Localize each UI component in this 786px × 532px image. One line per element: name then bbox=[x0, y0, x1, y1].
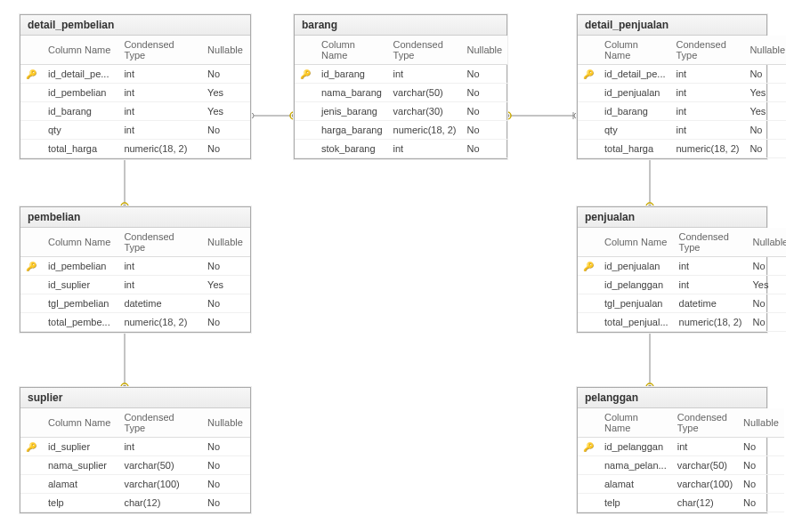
column-row: 🔑id_barangintNo bbox=[295, 65, 507, 84]
column-type: varchar(50) bbox=[672, 456, 738, 475]
column-type: int bbox=[118, 65, 202, 84]
entity-title: suplier bbox=[20, 388, 250, 408]
column-type: varchar(100) bbox=[118, 475, 202, 494]
column-nullable: No bbox=[747, 313, 786, 332]
column-name: id_detail_pe... bbox=[599, 65, 671, 84]
entity-detail-pembelian[interactable]: detail_pembelian Column Name Condensed T… bbox=[20, 14, 251, 159]
column-type: int bbox=[674, 257, 748, 276]
primary-key-icon: 🔑 bbox=[583, 69, 594, 79]
primary-key-icon: 🔑 bbox=[300, 69, 311, 79]
column-nullable: No bbox=[202, 456, 250, 475]
column-nullable: Yes bbox=[202, 102, 250, 121]
column-name: total_penjual... bbox=[599, 313, 674, 332]
primary-key-icon: 🔑 bbox=[26, 69, 36, 79]
column-name: id_suplier bbox=[43, 276, 118, 294]
column-nullable: Yes bbox=[747, 276, 786, 294]
column-type: int bbox=[118, 121, 202, 140]
column-row: harga_barangnumeric(18, 2)No bbox=[295, 121, 507, 140]
column-type: numeric(18, 2) bbox=[671, 140, 745, 158]
entity-title: pembelian bbox=[20, 207, 250, 228]
column-name: total_pembe... bbox=[43, 313, 118, 332]
column-type: varchar(50) bbox=[388, 84, 462, 102]
column-nullable: No bbox=[202, 121, 250, 140]
column-nullable: No bbox=[461, 121, 507, 140]
column-nullable: Yes bbox=[202, 276, 250, 294]
column-name: id_barang bbox=[316, 65, 388, 84]
column-row: total_harganumeric(18, 2)No bbox=[20, 140, 250, 158]
column-nullable: No bbox=[747, 257, 786, 276]
column-row: id_pelangganintYes bbox=[578, 276, 786, 294]
column-nullable: No bbox=[202, 140, 250, 158]
entity-title: detail_penjualan bbox=[578, 15, 766, 36]
column-name: id_penjualan bbox=[599, 84, 671, 102]
column-name: jenis_barang bbox=[316, 102, 388, 121]
column-name: nama_barang bbox=[316, 84, 388, 102]
column-row: qtyintNo bbox=[20, 121, 250, 140]
column-nullable: No bbox=[202, 438, 250, 456]
column-type: char(12) bbox=[672, 494, 738, 512]
column-name: nama_suplier bbox=[43, 456, 118, 475]
column-name: telp bbox=[599, 494, 672, 512]
column-nullable: No bbox=[461, 102, 507, 121]
entity-penjualan[interactable]: penjualan Column Name Condensed Type Nul… bbox=[577, 206, 767, 333]
column-name: telp bbox=[43, 494, 118, 512]
entity-barang[interactable]: barang Column Name Condensed Type Nullab… bbox=[294, 14, 507, 159]
column-name: alamat bbox=[43, 475, 118, 494]
column-row: id_penjualanintYes bbox=[578, 84, 786, 102]
column-row: alamatvarchar(100)No bbox=[578, 475, 784, 494]
column-nullable: No bbox=[747, 294, 786, 313]
column-name: tgl_penjualan bbox=[599, 294, 674, 313]
column-type: varchar(100) bbox=[672, 475, 738, 494]
column-row: qtyintNo bbox=[578, 121, 786, 140]
column-row: 🔑id_pembelianintNo bbox=[20, 257, 250, 276]
column-type: int bbox=[118, 102, 202, 121]
column-row: stok_barangintNo bbox=[295, 140, 507, 158]
column-type: datetime bbox=[118, 294, 202, 313]
entity-columns: Column Name Condensed Type Nullable 🔑id_… bbox=[20, 228, 250, 332]
column-nullable: No bbox=[744, 140, 786, 158]
column-nullable: No bbox=[202, 313, 250, 332]
column-type: numeric(18, 2) bbox=[674, 313, 748, 332]
column-nullable: No bbox=[738, 438, 784, 456]
column-name: alamat bbox=[599, 475, 672, 494]
primary-key-icon: 🔑 bbox=[26, 262, 36, 271]
column-type: numeric(18, 2) bbox=[118, 313, 202, 332]
column-name: id_barang bbox=[43, 102, 118, 121]
column-nullable: No bbox=[461, 140, 507, 158]
entity-columns: Column Name Condensed Type Nullable 🔑id_… bbox=[578, 228, 786, 332]
column-type: int bbox=[671, 65, 745, 84]
column-type: varchar(50) bbox=[118, 456, 202, 475]
column-row: 🔑id_pelangganintNo bbox=[578, 438, 784, 456]
column-nullable: No bbox=[202, 294, 250, 313]
entity-suplier[interactable]: suplier Column Name Condensed Type Nulla… bbox=[20, 387, 251, 513]
column-name: id_pembelian bbox=[43, 257, 118, 276]
column-row: 🔑id_penjualanintNo bbox=[578, 257, 786, 276]
column-row: 🔑id_detail_pe...intNo bbox=[20, 65, 250, 84]
column-name: qty bbox=[43, 121, 118, 140]
column-type: numeric(18, 2) bbox=[388, 121, 462, 140]
column-nullable: No bbox=[202, 475, 250, 494]
column-type: int bbox=[118, 438, 202, 456]
column-name: total_harga bbox=[43, 140, 118, 158]
column-row: 🔑id_suplierintNo bbox=[20, 438, 250, 456]
column-nullable: No bbox=[202, 65, 250, 84]
column-row: id_barangintYes bbox=[578, 102, 786, 121]
entity-pembelian[interactable]: pembelian Column Name Condensed Type Nul… bbox=[20, 206, 251, 333]
entity-columns: Column Name Condensed Type Nullable 🔑id_… bbox=[578, 408, 784, 512]
column-row: id_suplierintYes bbox=[20, 276, 250, 294]
column-name: id_pelanggan bbox=[599, 438, 672, 456]
column-row: jenis_barangvarchar(30)No bbox=[295, 102, 507, 121]
column-type: varchar(30) bbox=[388, 102, 462, 121]
column-type: char(12) bbox=[118, 494, 202, 512]
column-name: nama_pelan... bbox=[599, 456, 672, 475]
column-type: int bbox=[671, 84, 745, 102]
column-type: datetime bbox=[674, 294, 748, 313]
column-type: int bbox=[118, 257, 202, 276]
entity-detail-penjualan[interactable]: detail_penjualan Column Name Condensed T… bbox=[577, 14, 767, 159]
entity-pelanggan[interactable]: pelanggan Column Name Condensed Type Nul… bbox=[577, 387, 767, 513]
column-name: id_detail_pe... bbox=[43, 65, 118, 84]
column-row: alamatvarchar(100)No bbox=[20, 475, 250, 494]
column-name: id_pembelian bbox=[43, 84, 118, 102]
entity-title: penjualan bbox=[578, 207, 766, 228]
column-name: stok_barang bbox=[316, 140, 388, 158]
